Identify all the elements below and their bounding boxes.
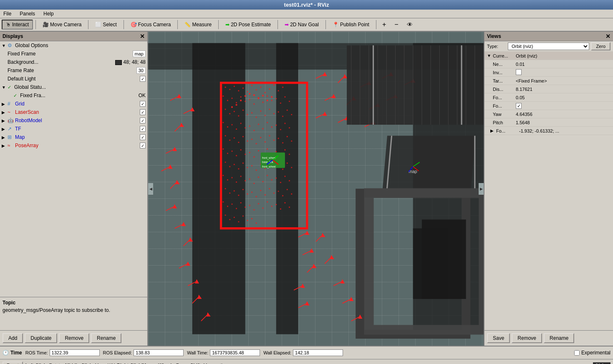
move-camera-button[interactable]: 🎥 Move Camera: [38, 20, 86, 30]
frame-rate-row[interactable]: Frame Rate 30: [0, 66, 147, 75]
svg-marker-238: [306, 302, 309, 305]
views-distance-row[interactable]: Dis... 8.17621: [484, 85, 613, 93]
views-current-label: Curre...: [493, 53, 516, 58]
views-focal-row[interactable]: Fo... 0.05: [484, 93, 613, 102]
map-checkbox[interactable]: ✓: [140, 134, 146, 140]
views-target-row[interactable]: Tar... <Fixed Frame>: [484, 77, 613, 85]
robotmodel-checkbox[interactable]: ✓: [140, 118, 146, 123]
select-button[interactable]: ⬜ Select: [91, 20, 121, 30]
collapse-left-button[interactable]: ◀: [148, 183, 153, 195]
menu-panels[interactable]: Panels: [18, 10, 37, 17]
ros-elapsed-group: ROS Elapsed:: [103, 349, 184, 356]
fixed-fra-row[interactable]: ✓ Fixed Fra... OK: [0, 91, 147, 100]
collapse-right-button[interactable]: ▶: [479, 183, 484, 195]
svg-point-25: [260, 87, 261, 88]
svg-point-113: [234, 164, 235, 165]
svg-point-83: [242, 136, 244, 137]
add-tool-button[interactable]: +: [379, 20, 389, 30]
views-focal-shape-checkbox[interactable]: ✓: [516, 103, 522, 109]
displays-close-button[interactable]: ✕: [140, 33, 145, 40]
measure-button[interactable]: 📏 Measure: [180, 20, 216, 30]
default-light-row[interactable]: Default Light ✓: [0, 75, 147, 83]
duplicate-display-button[interactable]: Duplicate: [25, 333, 57, 343]
views-focal-shape-row[interactable]: Fo... ✓: [484, 102, 613, 110]
tf-checkbox[interactable]: ✓: [140, 126, 146, 132]
views-content: ▼ Curre... Orbit (rviz) Ne... 0.01 Inv..…: [484, 52, 613, 330]
nav-goal-button[interactable]: ➡ 2D Nav Goal: [280, 20, 323, 30]
publish-point-icon: 📍: [333, 22, 339, 28]
global-status-arrow[interactable]: ▼: [2, 85, 8, 90]
focus-camera-button[interactable]: 🎯 Focus Camera: [126, 20, 175, 30]
views-pitch-row[interactable]: Pitch 1.5648: [484, 118, 613, 127]
menu-help[interactable]: Help: [42, 10, 55, 17]
views-current-arrow[interactable]: ▼: [487, 53, 493, 58]
views-yaw-row[interactable]: Yaw 4.64356: [484, 110, 613, 118]
wall-elapsed-label: Wall Elapsed:: [263, 350, 291, 355]
svg-point-82: [238, 142, 239, 143]
publish-point-button[interactable]: 📍 Publish Point: [328, 20, 373, 30]
views-near-row[interactable]: Ne... 0.01: [484, 60, 613, 68]
views-close-button[interactable]: ✕: [605, 33, 610, 40]
robotmodel-arrow[interactable]: ▶: [2, 118, 8, 123]
laserscan-arrow[interactable]: ▶: [2, 110, 8, 115]
map-row[interactable]: ▶ ⊞ Map ✓: [0, 133, 147, 141]
experimental-checkbox[interactable]: [574, 350, 580, 356]
laserscan-checkbox[interactable]: ✓: [140, 109, 146, 115]
pose-estimate-button[interactable]: ➡ 2D Pose Estimate: [221, 20, 275, 30]
reset-button[interactable]: Reset: [3, 361, 23, 364]
menu-file[interactable]: File: [2, 10, 13, 17]
svg-point-45: [284, 96, 285, 98]
views-invert-checkbox[interactable]: [516, 69, 522, 75]
background-row[interactable]: Background... 48; 48; 48: [0, 58, 147, 66]
svg-point-160: [227, 206, 228, 207]
grid-checkbox[interactable]: ✓: [140, 101, 146, 107]
svg-point-118: [256, 169, 257, 171]
views-focal3d-arrow[interactable]: ▶: [490, 128, 496, 133]
views-rename-button[interactable]: Rename: [544, 333, 574, 343]
map-label: Map: [15, 134, 140, 140]
fixed-frame-row[interactable]: Fixed Frame map: [0, 50, 147, 58]
ros-elapsed-field[interactable]: [134, 349, 184, 356]
svg-marker-232: [310, 249, 313, 252]
tool-options-button[interactable]: 👁: [404, 20, 416, 29]
map-arrow[interactable]: ▶: [2, 135, 8, 140]
posearray-arrow[interactable]: ▶: [2, 143, 8, 148]
ros-time-field[interactable]: [50, 349, 100, 356]
robotmodel-row[interactable]: ▶ 🤖 RobotModel ✓: [0, 116, 147, 125]
svg-line-191: [161, 167, 170, 171]
svg-point-147: [242, 189, 244, 190]
tf-arrow[interactable]: ▶: [2, 127, 8, 131]
svg-line-209: [316, 74, 325, 78]
views-type-select[interactable]: Orbit (rviz): [508, 43, 589, 50]
views-current-row[interactable]: ▼ Curre... Orbit (rviz): [484, 52, 613, 60]
posearray-row[interactable]: ▶ ≈ PoseArray ✓: [0, 141, 147, 150]
add-display-button[interactable]: Add: [3, 333, 23, 343]
svg-point-24: [256, 89, 257, 90]
posearray-checkbox[interactable]: ✓: [140, 143, 146, 148]
global-options-label: Global Options: [15, 43, 146, 48]
global-status-row[interactable]: ▼ ✓ Global Statu...: [0, 83, 147, 91]
laserscan-row[interactable]: ▶ ~ LaserScan ✓: [0, 108, 147, 116]
tf-row[interactable]: ▶ ↗ TF ✓: [0, 125, 147, 133]
views-remove-button[interactable]: Remove: [512, 333, 542, 343]
grid-arrow[interactable]: ▶: [2, 102, 8, 106]
views-focal3d-row[interactable]: ▶ Fo... -1.932; -0.61332; ...: [484, 127, 613, 135]
views-invert-row[interactable]: Inv...: [484, 68, 613, 77]
experimental-area: Experimental: [574, 350, 610, 356]
remove-tool-button[interactable]: −: [391, 20, 401, 30]
default-light-checkbox[interactable]: ✓: [140, 76, 146, 82]
select-icon: ⬜: [95, 22, 101, 28]
toolbar-separator-5: [218, 20, 219, 29]
background-color-box: [115, 60, 122, 65]
remove-display-button[interactable]: Remove: [59, 333, 89, 343]
interact-button[interactable]: 🖱 Interact: [2, 20, 33, 30]
viewport[interactable]: front_wheel base_link front_wheel: [148, 32, 484, 346]
views-save-button[interactable]: Save: [487, 333, 510, 343]
wall-elapsed-field[interactable]: [293, 349, 343, 356]
wall-time-field[interactable]: [210, 349, 260, 356]
views-zero-button[interactable]: Zero: [591, 42, 610, 50]
grid-row[interactable]: ▶ # Grid ✓: [0, 100, 147, 108]
rename-display-button[interactable]: Rename: [91, 333, 121, 343]
global-options-row[interactable]: ▼ ⚙ Global Options: [0, 41, 147, 50]
global-options-arrow[interactable]: ▼: [2, 43, 8, 48]
